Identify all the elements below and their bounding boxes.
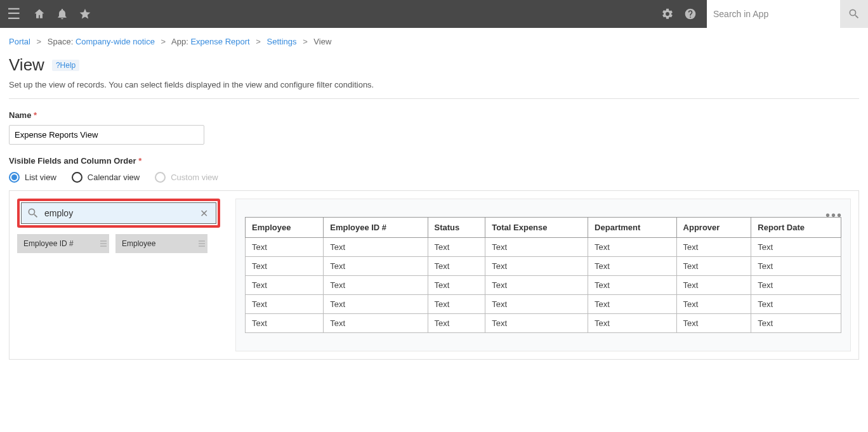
col-header[interactable]: Status bbox=[428, 218, 485, 238]
fields-panel: ✕ Employee ID # Employee ••• Employee Em… bbox=[9, 190, 859, 360]
col-header[interactable]: Total Expense bbox=[485, 218, 588, 238]
preview-area: ••• Employee Employee ID # Status Total … bbox=[235, 199, 851, 351]
table-header-row: Employee Employee ID # Status Total Expe… bbox=[246, 218, 841, 238]
table-cell: Text bbox=[676, 314, 751, 333]
radio-list-view[interactable]: List view bbox=[9, 172, 56, 183]
search-icon bbox=[27, 207, 39, 219]
table-cell: Text bbox=[246, 314, 324, 333]
breadcrumb-view: View bbox=[313, 37, 331, 46]
breadcrumb-portal[interactable]: Portal bbox=[9, 37, 30, 46]
visible-fields-label: Visible Fields and Column Order * bbox=[9, 156, 859, 166]
table-cell: Text bbox=[324, 314, 428, 333]
table-cell: Text bbox=[428, 238, 485, 257]
table-row: TextTextTextTextTextTextText bbox=[246, 276, 841, 295]
table-cell: Text bbox=[246, 295, 324, 314]
field-chip-employee[interactable]: Employee bbox=[115, 234, 207, 253]
bell-icon[interactable] bbox=[56, 8, 69, 20]
field-chip-employee-id[interactable]: Employee ID # bbox=[17, 234, 109, 253]
name-label: Name * bbox=[9, 110, 859, 120]
table-cell: Text bbox=[676, 276, 751, 295]
table-cell: Text bbox=[676, 238, 751, 257]
table-cell: Text bbox=[485, 238, 588, 257]
app-search bbox=[707, 0, 868, 28]
clear-search-icon[interactable]: ✕ bbox=[197, 207, 211, 219]
clear-all-link[interactable]: Clear All bbox=[819, 356, 850, 360]
table-cell: Text bbox=[246, 238, 324, 257]
view-type-radios: List view Calendar view Custom view bbox=[9, 172, 859, 183]
topbar: ☰ bbox=[0, 0, 868, 28]
menu-icon[interactable]: ☰ bbox=[5, 5, 23, 23]
available-fields: Employee ID # Employee bbox=[17, 234, 220, 253]
field-search-input[interactable] bbox=[44, 208, 197, 218]
gear-icon[interactable] bbox=[661, 8, 674, 20]
table-cell: Text bbox=[324, 276, 428, 295]
col-header[interactable]: Approver bbox=[676, 218, 751, 238]
table-cell: Text bbox=[751, 276, 841, 295]
col-header[interactable]: Department bbox=[588, 218, 676, 238]
app-search-button[interactable] bbox=[840, 0, 868, 28]
page-description: Set up the view of records. You can sele… bbox=[0, 80, 868, 98]
table-cell: Text bbox=[246, 276, 324, 295]
table-cell: Text bbox=[751, 295, 841, 314]
table-cell: Text bbox=[676, 295, 751, 314]
field-search-highlight: ✕ bbox=[17, 199, 220, 228]
more-icon[interactable]: ••• bbox=[825, 208, 843, 223]
table-cell: Text bbox=[485, 314, 588, 333]
table-cell: Text bbox=[588, 238, 676, 257]
col-header[interactable]: Employee bbox=[246, 218, 324, 238]
search-icon bbox=[848, 8, 860, 20]
table-cell: Text bbox=[751, 238, 841, 257]
page-title: View bbox=[9, 55, 44, 75]
radio-calendar-view[interactable]: Calendar view bbox=[72, 172, 140, 183]
table-row: TextTextTextTextTextTextText bbox=[246, 257, 841, 276]
table-cell: Text bbox=[485, 276, 588, 295]
table-row: TextTextTextTextTextTextText bbox=[246, 238, 841, 257]
grip-icon bbox=[199, 237, 205, 251]
radio-custom-view: Custom view bbox=[155, 172, 218, 183]
help-icon[interactable] bbox=[684, 8, 697, 20]
breadcrumb-space-label: Space: bbox=[48, 37, 73, 46]
table-cell: Text bbox=[324, 238, 428, 257]
col-header[interactable]: Employee ID # bbox=[324, 218, 428, 238]
table-cell: Text bbox=[428, 276, 485, 295]
breadcrumb: Portal > Space: Company-wide notice > Ap… bbox=[0, 28, 868, 46]
table-cell: Text bbox=[588, 276, 676, 295]
table-cell: Text bbox=[428, 314, 485, 333]
table-cell: Text bbox=[428, 257, 485, 276]
view-name-input[interactable] bbox=[9, 125, 204, 145]
table-cell: Text bbox=[751, 314, 841, 333]
table-cell: Text bbox=[324, 295, 428, 314]
breadcrumb-settings[interactable]: Settings bbox=[267, 37, 297, 46]
table-cell: Text bbox=[485, 257, 588, 276]
app-search-input[interactable] bbox=[707, 0, 840, 28]
home-icon[interactable] bbox=[33, 8, 46, 20]
breadcrumb-app-label: App: bbox=[171, 37, 188, 46]
table-cell: Text bbox=[324, 257, 428, 276]
table-cell: Text bbox=[676, 257, 751, 276]
table-cell: Text bbox=[246, 257, 324, 276]
table-cell: Text bbox=[485, 295, 588, 314]
grip-icon bbox=[100, 237, 107, 251]
table-cell: Text bbox=[751, 257, 841, 276]
breadcrumb-space-name[interactable]: Company-wide notice bbox=[76, 37, 155, 46]
breadcrumb-app-name[interactable]: Expense Report bbox=[190, 37, 249, 46]
table-row: TextTextTextTextTextTextText bbox=[246, 314, 841, 333]
table-cell: Text bbox=[588, 314, 676, 333]
star-icon[interactable] bbox=[79, 8, 91, 20]
preview-table: Employee Employee ID # Status Total Expe… bbox=[245, 217, 841, 333]
table-cell: Text bbox=[588, 257, 676, 276]
help-link[interactable]: ?Help bbox=[52, 60, 79, 71]
table-row: TextTextTextTextTextTextText bbox=[246, 295, 841, 314]
table-cell: Text bbox=[428, 295, 485, 314]
table-cell: Text bbox=[588, 295, 676, 314]
